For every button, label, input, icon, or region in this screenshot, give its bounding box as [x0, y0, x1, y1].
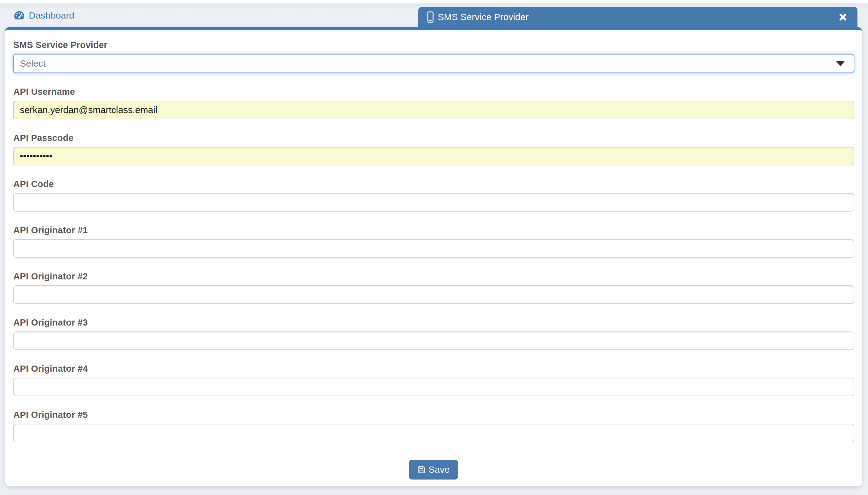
api-originator-5-label: API Originator #5: [13, 410, 854, 420]
sms-provider-label: SMS Service Provider: [13, 40, 854, 50]
field-group-api-originator-4: API Originator #4: [13, 364, 854, 396]
sms-provider-select[interactable]: Select: [13, 54, 854, 73]
field-group-api-username: API Username: [13, 87, 854, 119]
field-group-api-originator-2: API Originator #2: [13, 271, 854, 304]
form-footer: Save: [5, 453, 862, 486]
field-group-sms-provider: SMS Service Provider Select: [13, 40, 854, 73]
mobile-icon: [427, 11, 434, 23]
save-icon: [417, 465, 426, 474]
api-username-label: API Username: [13, 87, 854, 97]
sms-provider-select-value: Select: [20, 58, 46, 69]
api-originator-3-input[interactable]: [13, 331, 854, 350]
api-originator-5-input[interactable]: [13, 424, 854, 442]
content-panel: SMS Service Provider Select API Username…: [5, 27, 862, 486]
tab-bar: Dashboard SMS Service Provider: [0, 0, 868, 27]
field-group-api-passcode: API Passcode: [13, 133, 854, 166]
tab-dashboard-label: Dashboard: [29, 10, 74, 21]
api-username-input[interactable]: [13, 101, 854, 119]
tab-sms-service-provider[interactable]: SMS Service Provider: [418, 7, 857, 27]
api-passcode-label: API Passcode: [13, 133, 854, 143]
api-originator-1-input[interactable]: [13, 239, 854, 258]
tab-close-button[interactable]: [837, 12, 849, 23]
api-originator-1-label: API Originator #1: [13, 225, 854, 235]
field-group-api-originator-3: API Originator #3: [13, 318, 854, 350]
field-group-api-originator-5: API Originator #5: [13, 410, 854, 442]
save-button-label: Save: [428, 464, 449, 475]
api-code-input[interactable]: [13, 193, 854, 211]
api-originator-4-input[interactable]: [13, 378, 854, 396]
dashboard-icon: [14, 11, 25, 20]
api-originator-2-input[interactable]: [13, 285, 854, 304]
api-originator-2-label: API Originator #2: [13, 271, 854, 281]
field-group-api-code: API Code: [13, 179, 854, 211]
api-code-label: API Code: [13, 179, 854, 189]
tab-sms-label: SMS Service Provider: [438, 12, 528, 22]
api-passcode-input[interactable]: [13, 147, 854, 166]
api-originator-4-label: API Originator #4: [13, 364, 854, 374]
field-group-api-originator-1: API Originator #1: [13, 225, 854, 258]
sms-provider-form: SMS Service Provider Select API Username…: [5, 30, 862, 442]
close-icon: [839, 13, 847, 21]
tab-dashboard[interactable]: Dashboard: [14, 8, 74, 23]
save-button[interactable]: Save: [409, 460, 458, 479]
api-originator-3-label: API Originator #3: [13, 318, 854, 328]
caret-down-icon: [836, 61, 845, 66]
